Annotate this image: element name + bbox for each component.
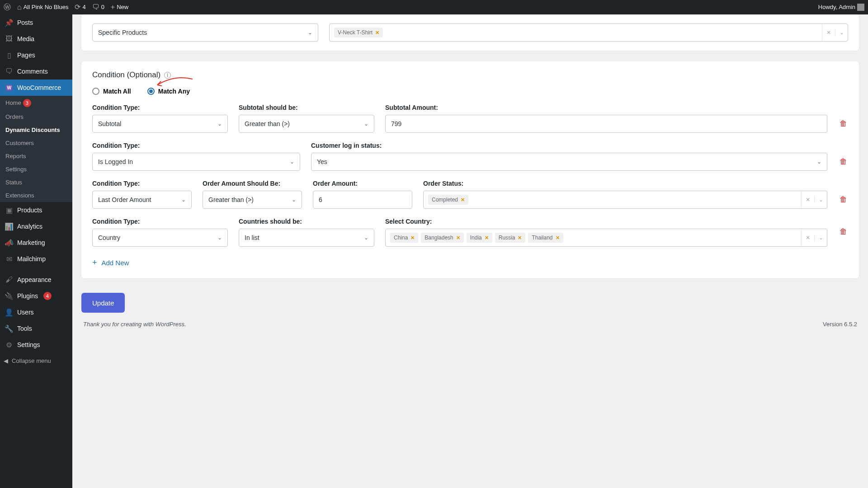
sidebar-item-label: Users bbox=[17, 309, 34, 316]
sidebar-item-woocommerce[interactable]: WWooCommerce bbox=[0, 80, 72, 96]
field-label: Customer log in status: bbox=[311, 142, 827, 149]
submenu-customers[interactable]: Customers bbox=[0, 136, 72, 150]
field-label: Order Amount Should Be: bbox=[203, 180, 302, 187]
delete-condition-icon[interactable]: 🗑 bbox=[838, 157, 848, 167]
sidebar-item-comments[interactable]: 🗨Comments bbox=[0, 63, 72, 80]
sidebar-item-users[interactable]: 👤Users bbox=[0, 304, 72, 320]
sidebar-item-pages[interactable]: ▯Pages bbox=[0, 47, 72, 63]
submenu-extensions[interactable]: Extensions bbox=[0, 189, 72, 202]
tag-label: V-Neck T-Shirt bbox=[338, 29, 373, 36]
field-label: Subtotal should be: bbox=[239, 104, 374, 111]
products-icon: ▣ bbox=[5, 206, 14, 215]
sidebar-item-marketing[interactable]: 📣Marketing bbox=[0, 235, 72, 251]
chevron-down-icon: ⌄ bbox=[217, 121, 222, 127]
sidebar-item-analytics[interactable]: 📊Analytics bbox=[0, 218, 72, 235]
country-operator-select[interactable]: In list⌄ bbox=[239, 229, 374, 247]
sidebar-item-label: Mailchimp bbox=[17, 255, 46, 263]
select-value: Country bbox=[98, 234, 120, 241]
select-value: Specific Products bbox=[98, 29, 147, 36]
chevron-down-icon[interactable]: ⌄ bbox=[814, 235, 827, 241]
update-button[interactable]: Update bbox=[81, 293, 125, 313]
product-tag-select[interactable]: V-Neck T-Shirt ✕ ✕ ⌄ bbox=[329, 23, 848, 42]
sidebar-item-media[interactable]: 🖼Media bbox=[0, 31, 72, 47]
remove-tag-icon[interactable]: ✕ bbox=[456, 235, 460, 241]
sidebar-item-label: Marketing bbox=[17, 239, 45, 246]
login-status-select[interactable]: Yes⌄ bbox=[311, 153, 827, 171]
collapse-icon: ◀ bbox=[4, 357, 8, 364]
remove-tag-icon[interactable]: ✕ bbox=[485, 235, 489, 241]
updates-icon: ⟳ bbox=[75, 0, 80, 14]
submenu-settings[interactable]: Settings bbox=[0, 163, 72, 176]
sidebar-item-label: Comments bbox=[17, 68, 48, 75]
delete-condition-icon[interactable]: 🗑 bbox=[838, 227, 848, 237]
select-value: Greater than (>) bbox=[208, 196, 254, 203]
submenu-orders[interactable]: Orders bbox=[0, 110, 72, 123]
remove-tag-icon[interactable]: ✕ bbox=[410, 235, 415, 241]
order-amount-input[interactable]: 6 bbox=[313, 191, 412, 209]
site-name: All Pink No Blues bbox=[24, 0, 69, 14]
footer-thanks: Thank you for creating with WordPress. bbox=[83, 321, 186, 328]
wrench-icon: 🔧 bbox=[5, 324, 14, 333]
new-content-link[interactable]: +New bbox=[111, 0, 128, 14]
remove-tag-icon[interactable]: ✕ bbox=[375, 30, 379, 36]
radio-match-any[interactable]: Match Any bbox=[147, 88, 190, 95]
clear-all-icon[interactable]: ✕ bbox=[802, 235, 814, 241]
subtotal-operator-select[interactable]: Greater than (>)⌄ bbox=[239, 115, 374, 133]
field-label: Condition Type: bbox=[92, 104, 228, 111]
product-scope-select[interactable]: Specific Products ⌄ bbox=[92, 23, 318, 42]
gear-icon: ⚙ bbox=[5, 340, 14, 349]
site-name-link[interactable]: ⌂All Pink No Blues bbox=[17, 0, 68, 14]
condition-type-select[interactable]: Subtotal⌄ bbox=[92, 115, 228, 133]
order-amount-operator-select[interactable]: Greater than (>)⌄ bbox=[203, 191, 302, 209]
condition-type-select[interactable]: Country⌄ bbox=[92, 229, 228, 247]
sidebar-item-plugins[interactable]: 🔌Plugins4 bbox=[0, 288, 72, 304]
field-label: Condition Type: bbox=[92, 218, 228, 225]
updates-link[interactable]: ⟳4 bbox=[75, 0, 85, 14]
sidebar-item-posts[interactable]: 📌Posts bbox=[0, 14, 72, 31]
add-condition-button[interactable]: + Add New bbox=[92, 256, 129, 269]
remove-tag-icon[interactable]: ✕ bbox=[461, 197, 465, 203]
condition-type-select[interactable]: Is Logged In⌄ bbox=[92, 153, 300, 171]
chevron-down-icon: ⌄ bbox=[364, 121, 368, 127]
submenu-status[interactable]: Status bbox=[0, 176, 72, 189]
delete-condition-icon[interactable]: 🗑 bbox=[838, 119, 848, 129]
remove-tag-icon[interactable]: ✕ bbox=[556, 235, 560, 241]
input-value: 6 bbox=[319, 196, 322, 203]
submenu-home[interactable]: Home3 bbox=[0, 96, 72, 110]
chevron-down-icon[interactable]: ⌄ bbox=[835, 29, 848, 36]
country-tag: Russia✕ bbox=[495, 233, 526, 243]
sidebar-item-label: Pages bbox=[17, 52, 35, 59]
clear-all-icon[interactable]: ✕ bbox=[802, 197, 814, 203]
chevron-down-icon[interactable]: ⌄ bbox=[814, 197, 827, 203]
subtotal-amount-input[interactable]: 799 bbox=[385, 115, 827, 133]
delete-condition-icon[interactable]: 🗑 bbox=[838, 195, 848, 205]
wp-logo[interactable]: ⓦ bbox=[4, 0, 11, 14]
new-label: New bbox=[117, 0, 128, 14]
sidebar-item-settings[interactable]: ⚙Settings bbox=[0, 337, 72, 353]
sidebar-item-mailchimp[interactable]: ✉Mailchimp bbox=[0, 251, 72, 267]
clear-all-icon[interactable]: ✕ bbox=[822, 29, 835, 36]
chevron-down-icon: ⌄ bbox=[217, 235, 222, 241]
chevron-down-icon: ⌄ bbox=[181, 197, 186, 203]
submenu-dynamic-discounts[interactable]: Dynamic Discounts bbox=[0, 123, 72, 136]
sidebar-item-products[interactable]: ▣Products bbox=[0, 202, 72, 218]
annotation-arrow-icon bbox=[152, 77, 197, 90]
country-tag-select[interactable]: China✕ Bangladesh✕ India✕ Russia✕ Thaila… bbox=[385, 229, 827, 247]
radio-match-all[interactable]: Match All bbox=[92, 88, 131, 95]
collapse-menu[interactable]: ◀Collapse menu bbox=[0, 353, 72, 369]
order-status-tag-select[interactable]: Completed✕ ✕ ⌄ bbox=[423, 191, 827, 209]
account-link[interactable]: Howdy, Admin bbox=[818, 0, 864, 14]
select-value: Last Order Amount bbox=[98, 196, 151, 203]
field-label: Condition Type: bbox=[92, 180, 192, 187]
remove-tag-icon[interactable]: ✕ bbox=[518, 235, 522, 241]
tag-label: Completed bbox=[432, 197, 458, 203]
comments-link[interactable]: 🗨0 bbox=[92, 0, 104, 14]
count-badge: 3 bbox=[23, 99, 31, 107]
sidebar-item-tools[interactable]: 🔧Tools bbox=[0, 320, 72, 337]
input-value: 799 bbox=[391, 120, 401, 127]
sidebar-item-appearance[interactable]: 🖌Appearance bbox=[0, 272, 72, 288]
submenu-reports[interactable]: Reports bbox=[0, 150, 72, 163]
plus-icon: + bbox=[92, 258, 97, 267]
condition-type-select[interactable]: Last Order Amount⌄ bbox=[92, 191, 192, 209]
radio-icon bbox=[92, 88, 99, 95]
